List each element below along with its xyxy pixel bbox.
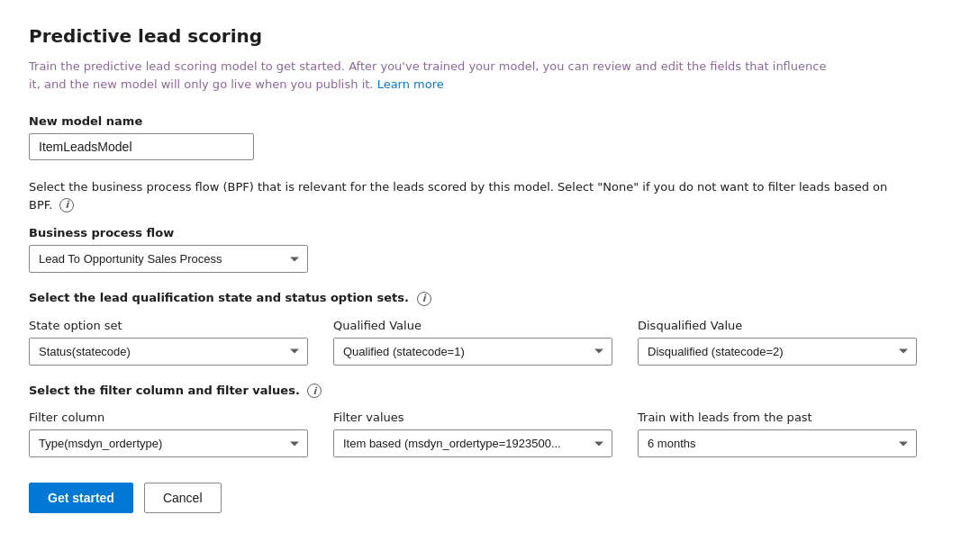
filter-column-label: Filter column	[29, 411, 308, 424]
filter-values-select[interactable]: Item based (msdyn_ordertype=1923500...	[333, 429, 612, 457]
train-dropdown-group: Train with leads from the past 6 months …	[638, 411, 917, 457]
train-select[interactable]: 6 months 3 months 12 months 24 months	[638, 429, 917, 457]
model-name-input[interactable]	[29, 133, 254, 160]
bpf-select[interactable]: None Lead To Opportunity Sales Process	[29, 245, 308, 273]
filter-info-icon[interactable]: i	[307, 384, 322, 398]
bpf-select-wrapper: None Lead To Opportunity Sales Process	[29, 245, 308, 273]
filter-column-group: Filter column Type(msdyn_ordertype)	[29, 411, 308, 457]
qualification-info-icon[interactable]: i	[417, 292, 431, 306]
cancel-button[interactable]: Cancel	[144, 483, 222, 513]
page-title: Predictive lead scoring	[29, 25, 941, 47]
state-dropdown-group: State option set Status(statecode)	[29, 319, 308, 366]
state-select-wrapper: Status(statecode)	[29, 338, 308, 366]
bpf-label: Business process flow	[29, 226, 941, 239]
learn-more-link[interactable]: Learn more	[377, 77, 444, 91]
state-label: State option set	[29, 319, 308, 332]
page-description: Train the predictive lead scoring model …	[29, 58, 839, 93]
filter-section-title: Select the filter column and filter valu…	[29, 384, 941, 399]
qualification-dropdowns-row: State option set Status(statecode) Quali…	[29, 319, 941, 366]
disqualified-select[interactable]: Disqualified (statecode=2)	[638, 338, 917, 366]
disqualified-dropdown-group: Disqualified Value Disqualified (stateco…	[638, 319, 917, 366]
train-select-wrapper: 6 months 3 months 12 months 24 months	[638, 429, 917, 457]
filter-values-group: Filter values Item based (msdyn_ordertyp…	[333, 411, 612, 457]
filter-values-select-wrapper: Item based (msdyn_ordertype=1923500...	[333, 429, 612, 457]
get-started-button[interactable]: Get started	[29, 483, 133, 513]
buttons-row: Get started Cancel	[29, 483, 941, 513]
disqualified-select-wrapper: Disqualified (statecode=2)	[638, 338, 917, 366]
qualified-dropdown-group: Qualified Value Qualified (statecode=1)	[333, 319, 612, 366]
disqualified-label: Disqualified Value	[638, 319, 917, 332]
filter-column-select-wrapper: Type(msdyn_ordertype)	[29, 429, 308, 457]
state-select[interactable]: Status(statecode)	[29, 338, 308, 366]
model-name-label: New model name	[29, 114, 941, 128]
bpf-description: Select the business process flow (BPF) t…	[29, 178, 911, 213]
filter-column-select[interactable]: Type(msdyn_ordertype)	[29, 429, 308, 457]
train-label: Train with leads from the past	[638, 411, 917, 424]
qualified-select[interactable]: Qualified (statecode=1)	[333, 338, 612, 366]
qualification-section-title: Select the lead qualification state and …	[29, 291, 941, 306]
bpf-info-icon[interactable]: i	[59, 198, 74, 212]
qualified-label: Qualified Value	[333, 319, 612, 332]
filter-dropdowns-row: Filter column Type(msdyn_ordertype) Filt…	[29, 411, 941, 457]
filter-values-label: Filter values	[333, 411, 612, 424]
qualified-select-wrapper: Qualified (statecode=1)	[333, 338, 612, 366]
